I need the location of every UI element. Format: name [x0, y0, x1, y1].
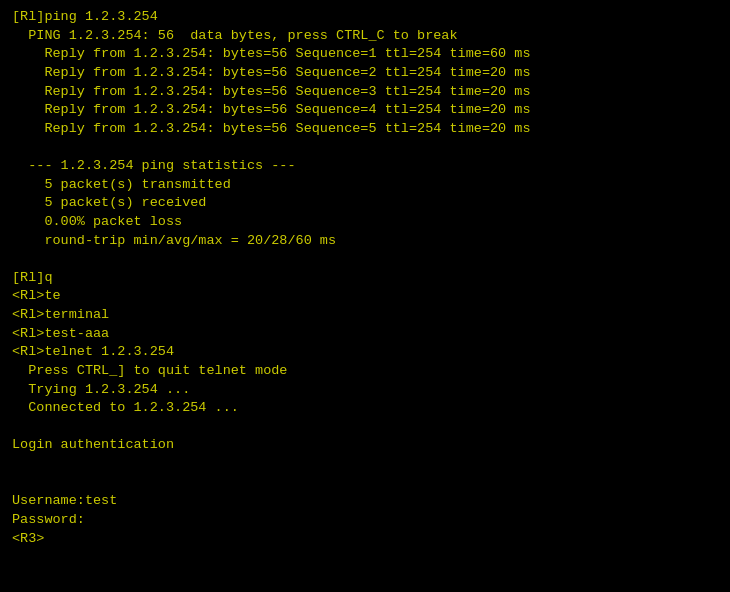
terminal-line: --- 1.2.3.254 ping statistics ---: [12, 157, 718, 176]
terminal-line: <Rl>telnet 1.2.3.254: [12, 343, 718, 362]
terminal-line: Press CTRL_] to quit telnet mode: [12, 362, 718, 381]
terminal-line: [Rl]q: [12, 269, 718, 288]
terminal-line: Password:: [12, 511, 718, 530]
terminal-window[interactable]: [Rl]ping 1.2.3.254 PING 1.2.3.254: 56 da…: [0, 0, 730, 592]
terminal-line: [Rl]ping 1.2.3.254: [12, 8, 718, 27]
terminal-line: Reply from 1.2.3.254: bytes=56 Sequence=…: [12, 101, 718, 120]
terminal-line: Trying 1.2.3.254 ...: [12, 381, 718, 400]
terminal-line: Reply from 1.2.3.254: bytes=56 Sequence=…: [12, 45, 718, 64]
terminal-line: <Rl>terminal: [12, 306, 718, 325]
terminal-line: Reply from 1.2.3.254: bytes=56 Sequence=…: [12, 64, 718, 83]
terminal-line: Reply from 1.2.3.254: bytes=56 Sequence=…: [12, 83, 718, 102]
terminal-line: Reply from 1.2.3.254: bytes=56 Sequence=…: [12, 120, 718, 139]
terminal-line: 5 packet(s) transmitted: [12, 176, 718, 195]
terminal-line: <Rl>test-aaa: [12, 325, 718, 344]
terminal-line: Login authentication: [12, 436, 718, 455]
terminal-line: <R3>: [12, 530, 718, 549]
terminal-line: Connected to 1.2.3.254 ...: [12, 399, 718, 418]
terminal-line: <Rl>te: [12, 287, 718, 306]
terminal-line: Username:test: [12, 492, 718, 511]
terminal-line: 0.00% packet loss: [12, 213, 718, 232]
terminal-line: PING 1.2.3.254: 56 data bytes, press CTR…: [12, 27, 718, 46]
terminal-line: 5 packet(s) received: [12, 194, 718, 213]
terminal-line: round-trip min/avg/max = 20/28/60 ms: [12, 232, 718, 251]
